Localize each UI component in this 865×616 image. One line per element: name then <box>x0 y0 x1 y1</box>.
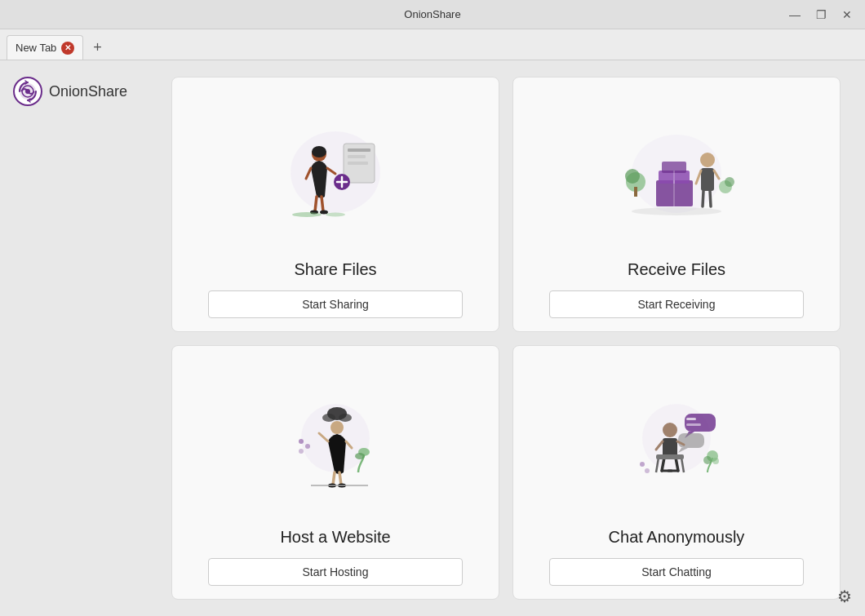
svg-point-23 <box>625 169 640 184</box>
window-title: OnionShare <box>404 8 460 20</box>
receive-files-illustration <box>526 91 827 254</box>
add-tab-button[interactable]: + <box>86 35 109 60</box>
start-chatting-button[interactable]: Start Chatting <box>549 558 805 586</box>
svg-point-41 <box>355 453 365 459</box>
receive-files-title: Receive Files <box>628 260 725 279</box>
svg-rect-6 <box>348 162 368 165</box>
svg-rect-44 <box>685 414 716 432</box>
svg-point-31 <box>299 439 304 444</box>
share-files-title: Share Files <box>294 260 376 279</box>
svg-point-50 <box>663 423 677 437</box>
svg-point-14 <box>292 212 322 217</box>
chat-anonymously-card[interactable]: Chat Anonymously Start Chatting <box>512 345 841 600</box>
chat-anonymously-title: Chat Anonymously <box>609 528 745 547</box>
svg-point-13 <box>320 210 328 214</box>
logo-text: OnionShare <box>49 83 127 100</box>
share-files-card[interactable]: Share Files Start Sharing <box>171 77 499 332</box>
receive-files-card[interactable]: Receive Files Start Receiving <box>512 77 841 332</box>
settings-button[interactable]: ⚙ <box>837 587 852 606</box>
tab-close-button[interactable]: ✕ <box>61 42 74 55</box>
svg-rect-26 <box>701 168 714 191</box>
svg-point-37 <box>330 421 344 434</box>
host-website-illustration <box>185 359 486 522</box>
svg-point-33 <box>299 449 304 454</box>
svg-point-56 <box>703 456 712 464</box>
host-website-title: Host a Website <box>280 528 390 547</box>
host-website-card[interactable]: Host a Website Start Hosting <box>171 345 499 600</box>
start-hosting-button[interactable]: Start Hosting <box>208 558 464 586</box>
svg-point-11 <box>312 146 326 157</box>
logo-icon <box>13 77 42 106</box>
svg-point-36 <box>339 414 352 422</box>
share-files-illustration <box>185 91 486 254</box>
svg-rect-24 <box>634 187 637 197</box>
minimize-button[interactable]: — <box>783 7 806 23</box>
svg-point-28 <box>725 177 734 187</box>
chat-anonymously-illustration <box>526 359 827 522</box>
svg-rect-4 <box>348 148 370 152</box>
svg-point-15 <box>326 212 345 216</box>
main-content: OnionShare <box>0 60 865 616</box>
svg-point-32 <box>305 444 310 449</box>
maximize-button[interactable]: ❐ <box>810 7 832 23</box>
svg-rect-5 <box>348 155 366 158</box>
close-button[interactable]: ✕ <box>836 7 858 23</box>
svg-point-57 <box>712 458 719 464</box>
settings-area: ⚙ <box>837 587 852 606</box>
cards-area: Share Files Start Sharing <box>163 60 865 616</box>
svg-point-1 <box>25 89 30 94</box>
tab-bar: New Tab ✕ + <box>0 29 865 60</box>
svg-point-58 <box>640 462 645 467</box>
svg-rect-46 <box>686 418 696 420</box>
logo-area: OnionShare <box>13 77 127 106</box>
title-bar: OnionShare — ❐ ✕ <box>0 0 865 29</box>
new-tab[interactable]: New Tab ✕ <box>7 35 83 60</box>
svg-point-25 <box>700 153 715 167</box>
svg-rect-54 <box>656 454 684 459</box>
window-controls: — ❐ ✕ <box>783 7 858 23</box>
svg-point-59 <box>645 468 650 473</box>
start-sharing-button[interactable]: Start Sharing <box>208 290 464 318</box>
start-receiving-button[interactable]: Start Receiving <box>549 290 805 318</box>
sidebar: OnionShare <box>0 60 163 616</box>
tab-label: New Tab <box>16 42 56 54</box>
svg-rect-48 <box>678 433 704 448</box>
svg-point-29 <box>632 207 721 215</box>
svg-rect-47 <box>686 423 701 426</box>
svg-point-35 <box>322 414 335 422</box>
